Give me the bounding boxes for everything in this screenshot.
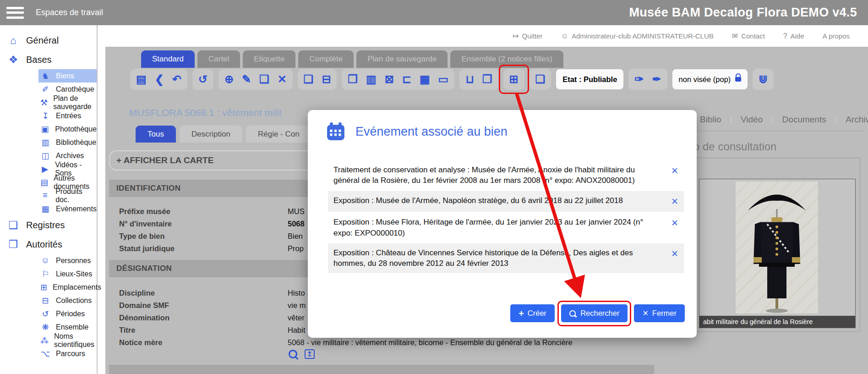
close-button[interactable]: ✕Fermer bbox=[634, 304, 685, 322]
sidebar-item-label: Général bbox=[26, 35, 59, 46]
tab-description[interactable]: Description bbox=[180, 126, 242, 143]
sidebar-item-autorites[interactable]: ❐Autorités bbox=[0, 235, 97, 254]
modal-buttons: +Créer Rechercher ✕Fermer bbox=[510, 304, 685, 322]
stamp-icon[interactable]: ✑ bbox=[634, 74, 644, 85]
search-icon bbox=[569, 310, 576, 317]
tab-video[interactable]: Vidéo bbox=[741, 115, 763, 125]
toolbox-icon[interactable]: ⊔ bbox=[465, 74, 474, 85]
tab-plan-sauvegarde[interactable]: Plan de sauvegarde bbox=[356, 50, 448, 68]
field-value: 5068 bbox=[288, 220, 305, 228]
remove-event-icon[interactable]: ✕ bbox=[671, 248, 678, 260]
sidebar-item-label: Périodes bbox=[56, 310, 85, 318]
note-button[interactable]: ❏ bbox=[530, 69, 551, 90]
undo-icon[interactable]: ↶ bbox=[172, 74, 181, 85]
note-icon[interactable]: ❏ bbox=[535, 74, 546, 85]
tab-archives[interactable]: Archives bbox=[846, 115, 868, 125]
quit-link[interactable]: ↦Quitter bbox=[513, 32, 542, 40]
card-add-icon[interactable]: ▭ bbox=[438, 74, 449, 85]
tab-etiquette[interactable]: Etiquette bbox=[243, 50, 295, 68]
media-tabs: Biblio| Vidéo| Documents| Archives bbox=[700, 115, 868, 125]
tab-cartel[interactable]: Cartel bbox=[197, 50, 240, 68]
tab-tous[interactable]: Tous bbox=[136, 126, 176, 143]
list-search-icon[interactable]: ▤ bbox=[136, 74, 147, 85]
sidebar-item-periodes[interactable]: ↺Périodes bbox=[38, 307, 97, 320]
sidebar-item-produits-doc[interactable]: ≡Produits doc. bbox=[38, 189, 97, 202]
photo-viewer-frame: abit militaire du général de la Rosière bbox=[699, 179, 856, 328]
sidebar-item-biens[interactable]: ♞Biens bbox=[38, 69, 97, 82]
export-page-icon[interactable]: ❑ bbox=[304, 74, 314, 85]
delete-icon[interactable]: ✕ bbox=[278, 74, 287, 85]
corer-icon: ✐ bbox=[40, 84, 50, 94]
create-button[interactable]: +Créer bbox=[510, 304, 555, 322]
sidebar-item-phototheque[interactable]: ▣Photothèque bbox=[38, 122, 97, 136]
tab-documents[interactable]: Documents bbox=[782, 115, 826, 125]
attach-document-icon[interactable]: ❒ bbox=[348, 74, 358, 85]
calendar-event-button[interactable]: ⊞ bbox=[503, 69, 524, 90]
about-link[interactable]: A propos bbox=[823, 32, 850, 40]
open-record-icon[interactable]: ↥ bbox=[305, 349, 315, 359]
sidebar-item-emplacements[interactable]: ⊞Emplacements bbox=[38, 280, 97, 294]
hamburger-menu-icon[interactable] bbox=[6, 7, 24, 19]
field-label: Domaine SMF bbox=[119, 301, 169, 310]
photo-consultation-image[interactable] bbox=[736, 182, 818, 314]
tab-complete[interactable]: Complète bbox=[298, 50, 354, 68]
sidebar-item-bases[interactable]: ❖Bases bbox=[0, 50, 97, 69]
calendar-plus-icon[interactable]: ⊞ bbox=[509, 74, 519, 85]
move-folder-icon[interactable]: ⊏ bbox=[402, 74, 411, 85]
close-label: Fermer bbox=[652, 309, 677, 318]
help-link[interactable]: ?Aide bbox=[783, 32, 804, 40]
sidebar-item-general[interactable]: ⌂Général bbox=[0, 31, 97, 50]
map-icon: ⚐ bbox=[40, 269, 50, 279]
sidebar-item-registres[interactable]: ❏Registres bbox=[0, 215, 97, 235]
sidebar-item-parcours[interactable]: ⌥Parcours bbox=[38, 347, 97, 360]
sidebar-item-lieux-sites[interactable]: ⚐Lieux-Sites bbox=[38, 267, 97, 280]
tab-standard[interactable]: Standard bbox=[141, 50, 195, 68]
sidebar-item-label: Evènements bbox=[56, 205, 97, 213]
workspace-label[interactable]: Espaces de travail bbox=[36, 8, 103, 17]
previous-icon[interactable]: ❮ bbox=[155, 74, 164, 85]
tab-biblio[interactable]: Biblio bbox=[700, 115, 721, 125]
section-strip-partial bbox=[109, 365, 654, 374]
create-label: Créer bbox=[528, 309, 546, 318]
search-icon[interactable] bbox=[289, 350, 297, 358]
contact-link[interactable]: ✉Contact bbox=[732, 32, 765, 40]
search-label: Rechercher bbox=[580, 309, 619, 318]
book-icon[interactable]: ❐ bbox=[482, 74, 492, 85]
sidebar-item-entrees[interactable]: ↧Entrées bbox=[38, 109, 97, 122]
field-value: vie m bbox=[288, 301, 306, 310]
basket-icon[interactable]: ⋓ bbox=[759, 74, 768, 85]
sidebar-item-evenements[interactable]: ▦Evènements bbox=[38, 202, 97, 215]
sidebar-item-noms-scientifiques[interactable]: ⁂Noms scientifiques bbox=[38, 334, 97, 347]
drawer-icon: ⊟ bbox=[40, 296, 50, 306]
remove-event-icon[interactable]: ✕ bbox=[671, 165, 678, 177]
package-icon[interactable]: ⊠ bbox=[385, 74, 394, 85]
sidebar-item-label: Noms scientifiques bbox=[54, 332, 97, 349]
sidebar-item-plan-sauvegarde[interactable]: ⚒Plan de sauvegarde bbox=[38, 96, 97, 109]
calculator-icon[interactable]: ▦ bbox=[420, 74, 430, 85]
doc-stack-icon: ≡ bbox=[40, 191, 50, 200]
quick-links-bar: ↦Quitter ☺Administrateur-club ADMINISTRA… bbox=[99, 25, 868, 47]
sidebar-item-bibliotheque[interactable]: ▥Bibliothèque bbox=[38, 136, 97, 149]
form-edit-icon[interactable]: ▥ bbox=[366, 74, 377, 85]
basket-button[interactable]: ⋓ bbox=[753, 69, 774, 90]
duplicate-icon[interactable]: ❏ bbox=[259, 74, 269, 85]
print-icon[interactable]: ⊟ bbox=[322, 74, 331, 85]
edit-icon[interactable]: ✎ bbox=[242, 74, 251, 85]
remove-event-icon[interactable]: ✕ bbox=[671, 217, 678, 229]
remove-event-icon[interactable]: ✕ bbox=[671, 195, 678, 208]
sidebar-item-collections[interactable]: ⊟Collections bbox=[38, 294, 97, 307]
tab-regie[interactable]: Régie - Con bbox=[246, 126, 311, 143]
sidebar-item-label: Archives bbox=[56, 152, 84, 160]
history-icon[interactable]: ↺ bbox=[198, 74, 207, 85]
add-record-icon[interactable]: ⊕ bbox=[224, 74, 234, 85]
field-value: Histo bbox=[288, 289, 305, 297]
stamp-alt-icon[interactable]: ✒ bbox=[652, 74, 661, 85]
sidebar-item-label: Produits doc. bbox=[55, 187, 97, 204]
user-account-link[interactable]: ☺Administrateur-club ADMINISTRATEUR-CLUB bbox=[561, 32, 714, 40]
tab-ensemble-notices[interactable]: Ensemble (2 notices filles) bbox=[450, 50, 563, 68]
sidebar-item-personnes[interactable]: ☺Personnes bbox=[38, 254, 97, 267]
field-label: Discipline bbox=[119, 289, 155, 297]
user-label: Administrateur-club ADMINISTRATEUR-CLUB bbox=[572, 32, 714, 40]
modal-search-button[interactable]: Rechercher bbox=[561, 304, 628, 322]
event-text: Exposition : Château de Vincennes Servic… bbox=[333, 248, 671, 269]
